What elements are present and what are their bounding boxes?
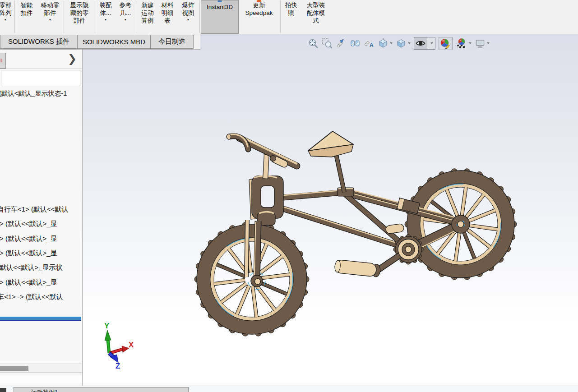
dropdown-arrow-icon[interactable]: ▼: [104, 18, 107, 22]
head-tube: [249, 176, 283, 226]
triad-z-label: Z: [116, 362, 120, 370]
panel-mini-tab[interactable]: [0, 53, 6, 69]
speedpak-icon: [257, 0, 261, 2]
bicycle-model[interactable]: Y X Z: [82, 50, 578, 386]
ribbon-item-bill-of-materials[interactable]: 材料 明细 表: [157, 0, 178, 34]
ribbon-item-reference-geometry[interactable]: 参考 几... ▼: [115, 0, 136, 34]
dropdown-arrow-icon: [430, 42, 433, 44]
tree-item-bicycle[interactable]: 自行车<1> (默认<<默认: [0, 205, 83, 214]
ribbon-item-exploded-view[interactable]: 爆炸 视图 ▼: [178, 0, 199, 34]
ribbon-separator: [199, 0, 200, 33]
view-orientation-icon[interactable]: [378, 38, 393, 49]
tree-item-part[interactable]: -> (默认<<默认>_显: [0, 220, 83, 228]
dropdown-arrow-icon[interactable]: ▼: [49, 18, 52, 22]
tree-item-part[interactable]: (默认<<默认>_显示状: [0, 263, 83, 272]
display-style-icon[interactable]: [396, 38, 411, 49]
feature-manager-panel: ❯ (默认<默认_显示状态-1 自行车<1> (默认<<默认 -> (默认<<默…: [0, 50, 83, 386]
panel-divider: [0, 69, 83, 69]
ribbon-separator: [14, 0, 15, 33]
tab-solidworks-mbd[interactable]: SOLIDWORKS MBD: [78, 35, 151, 49]
section-view-icon[interactable]: [350, 38, 361, 49]
apply-scene-icon[interactable]: [456, 38, 472, 49]
rear-pedal: [385, 223, 404, 234]
dropdown-arrow-icon[interactable]: ▼: [124, 18, 127, 22]
hide-show-items-dropdown[interactable]: [427, 37, 435, 49]
tab-solidworks-addins[interactable]: SOLIDWORKS 插件: [0, 35, 78, 49]
ribbon-separator: [95, 0, 95, 33]
panel-horizontal-scrollbar[interactable]: [0, 364, 82, 373]
assembly-root-node[interactable]: (默认<默认_显示状态-1: [0, 89, 83, 98]
dropdown-arrow-icon[interactable]: [469, 42, 472, 44]
seat-post: [336, 152, 344, 192]
previous-view-icon[interactable]: [336, 38, 347, 49]
command-manager-ribbon: 零部 阵列 ▼ 智能 扣件 移动零 部件 ▼ 显示隐 藏的零 部件 装配 体..…: [0, 0, 578, 34]
handlebar: [227, 134, 297, 179]
ribbon-item-instant3d[interactable]: Instant3D: [201, 0, 239, 34]
zoom-to-area-icon[interactable]: [322, 38, 333, 49]
dropdown-arrow-icon[interactable]: [390, 42, 393, 44]
panel-tab-icon: [0, 59, 2, 62]
front-pedal: [334, 259, 381, 277]
dropdown-arrow-icon[interactable]: [487, 42, 490, 44]
ribbon-item-move-component[interactable]: 移动零 部件 ▼: [37, 0, 63, 34]
expand-panel-arrow[interactable]: ❯: [68, 52, 77, 65]
saddle: [308, 131, 353, 157]
motion-study-tab[interactable]: 运动算例1: [14, 387, 189, 392]
instant3d-icon: [218, 0, 222, 2]
hide-show-annotations-icon[interactable]: A: [364, 38, 375, 49]
ribbon-item-component-pattern[interactable]: 零部 阵列 ▼: [0, 0, 14, 34]
dropdown-arrow-icon[interactable]: ▼: [4, 18, 7, 22]
ribbon-item-update-speedpak[interactable]: 更新 Speedpak: [239, 0, 279, 34]
ribbon-separator: [64, 0, 64, 33]
triad-y-label: Y: [104, 322, 110, 330]
svg-text:A: A: [370, 42, 374, 48]
heads-up-toolbar: A: [308, 37, 490, 50]
ribbon-item-assembly-features[interactable]: 装配 体... ▼: [96, 0, 115, 34]
edit-appearance-icon[interactable]: [439, 37, 453, 50]
graphics-area[interactable]: A: [82, 34, 578, 386]
eye-icon[interactable]: [414, 37, 427, 49]
ribbon-item-show-hidden-components[interactable]: 显示隐 藏的零 部件: [65, 0, 94, 34]
ribbon-item-large-assembly-mode[interactable]: 大型装 配体模 式: [301, 0, 331, 34]
zoom-to-fit-icon[interactable]: [308, 38, 319, 49]
command-manager-tabs: SOLIDWORKS 插件 SOLIDWORKS MBD 今日制造: [0, 34, 200, 50]
tree-item-part[interactable]: -> (默认<<默认>_显: [0, 249, 83, 258]
hide-show-items-button[interactable]: [414, 37, 435, 50]
model-tab-icon[interactable]: [0, 388, 6, 392]
motion-study-tab-bar: 运动算例1: [0, 386, 578, 392]
panel-footer-area: [0, 375, 82, 386]
dropdown-arrow-icon[interactable]: [408, 42, 411, 44]
feature-tree-filter-input[interactable]: [1, 70, 80, 86]
bottom-bracket: [398, 239, 419, 260]
tree-item-part[interactable]: -> (默认<<默认>_显: [0, 278, 83, 287]
ribbon-item-new-motion-study[interactable]: 新建 运动 算例: [138, 0, 157, 34]
ribbon-separator: [137, 0, 137, 33]
reference-triad: Y X Z: [104, 322, 134, 370]
tab-today-manufacture[interactable]: 今日制造: [151, 35, 194, 49]
frame-tubes: [281, 188, 408, 249]
tree-item-part[interactable]: -> (默认<<默认>_显: [0, 235, 83, 243]
triad-x-label: X: [129, 341, 134, 349]
solidworks-window: 零部 阵列 ▼ 智能 扣件 移动零 部件 ▼ 显示隐 藏的零 部件 装配 体..…: [0, 0, 578, 392]
dropdown-arrow-icon[interactable]: ▼: [187, 18, 190, 22]
view-settings-icon[interactable]: [475, 38, 490, 49]
ribbon-item-take-snapshot[interactable]: 拍快 照: [282, 0, 301, 34]
ribbon-item-smart-fasteners[interactable]: 智能 扣件: [16, 0, 37, 34]
ribbon-separator: [280, 0, 281, 33]
scrollbar-thumb[interactable]: [0, 366, 28, 371]
selected-item-bar: [0, 317, 81, 321]
tree-item-part[interactable]: 车<1> -> (默认<<默认: [0, 293, 83, 301]
